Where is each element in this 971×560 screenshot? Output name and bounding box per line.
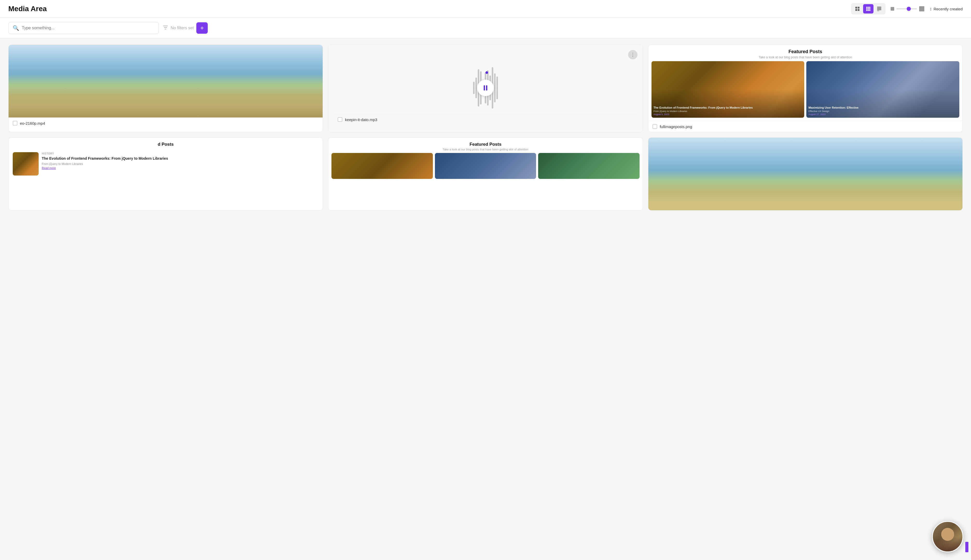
featured-posts-header: Featured Posts Take a look at our blog p… [648,45,963,61]
search-icon: 🔍 [13,25,19,31]
app-header: Media Area [0,0,971,18]
post2-title: Maximizing User Retention: Effective [808,106,957,109]
blog-post-title: The Evolution of Frontend Frameworks: Fr… [42,156,319,161]
bottom-blog-thumb [13,152,38,175]
post1-date: August 5, 2023 [654,113,802,116]
audio-more-button[interactable]: ⋮ [628,50,637,59]
post2-date: August 27, 2023 [808,113,957,116]
svg-rect-1 [858,7,859,8]
pause-icon [484,85,487,90]
size-slider-track[interactable] [896,8,917,9]
bottom-featured-center-title: Featured Posts [334,142,637,147]
audio-waveform-area [334,62,637,114]
bottom-feat-img-1 [332,153,432,179]
bottom-featured-left-header: d Posts [8,138,323,149]
beach-video-checkbox[interactable] [13,121,17,125]
table-icon [877,7,881,11]
header-controls: ↕ Recently created [851,3,963,15]
bottom-video-thumbnail [648,138,963,210]
waveform-bar [473,82,475,94]
post1-title: The Evolution of Frontend Frameworks: Fr… [654,106,802,109]
waveform-bar [494,73,496,102]
search-box: 🔍 [8,22,159,34]
svg-rect-7 [866,8,868,10]
size-slider-area [891,6,924,12]
filter-icon [163,25,168,32]
svg-rect-15 [877,9,881,10]
view-grid3-button[interactable] [863,4,874,13]
svg-rect-13 [877,7,881,8]
sort-button[interactable]: ↕ Recently created [929,6,963,12]
search-input[interactable] [22,26,154,30]
view-toggle-group [851,3,886,15]
blog-source: From jQuery to Modern Libraries [42,162,319,165]
bottom-blog-info: HISTORY The Evolution of Frontend Framew… [42,152,319,170]
search-bar-area: 🔍 No filters set + [0,18,971,38]
bottom-feat-img-3 [538,153,639,179]
svg-rect-16 [877,11,879,11]
beach-video-footer: eo-2160p.mp4 [8,117,323,128]
waveform-bar [496,77,498,99]
svg-rect-8 [868,8,869,10]
add-filter-button[interactable]: + [196,22,208,34]
more-dots-icon: ⋮ [631,52,635,58]
grid3-icon [866,7,871,11]
bottom-featured-left-title: d Posts [14,142,317,147]
audio-checkbox[interactable] [338,117,342,122]
sort-label: Recently created [933,7,963,11]
filter-label: No filters set [171,26,194,30]
svg-rect-5 [868,7,869,8]
view-grid2-button[interactable] [852,4,863,13]
page-title: Media Area [8,5,47,13]
svg-rect-11 [868,10,869,11]
bottom-featured-left-card: d Posts HISTORY The Evolution of Fronten… [8,137,323,210]
sort-icon: ↕ [929,6,932,12]
waveform-bar [475,78,477,98]
featured-posts-images: The Evolution of Frontend Frameworks: Fr… [648,61,963,121]
bottom-featured-center-subtitle: Take a look at our blog posts that have … [334,148,637,151]
bottom-blog-body: HISTORY The Evolution of Frontend Framew… [8,149,323,178]
post1-source: From jQuery to Modern Libraries [654,110,802,113]
size-slider-thumb [907,7,911,11]
featured-posts-footer: fullimageposts.png [648,121,963,132]
svg-rect-4 [866,7,868,8]
pause-bar-right [486,85,487,90]
media-grid-top: eo-2160p.mp4 ⋮ [8,45,963,132]
svg-rect-12 [869,10,871,11]
svg-rect-6 [869,7,871,8]
audio-play-button[interactable] [477,80,494,96]
bottom-featured-center-images [328,153,642,182]
featured-img-2: Maximizing User Retention: Effective Eff… [806,61,959,118]
svg-rect-10 [866,10,868,11]
post1-overlay: The Evolution of Frontend Frameworks: Fr… [651,104,804,118]
size-large-indicator [919,6,924,12]
svg-rect-2 [855,9,857,11]
post2-source: Effective UX Design [808,110,957,113]
audio-label: keepin-it-dato.mp3 [345,117,377,122]
filter-area: No filters set + [163,22,208,34]
bottom-featured-center-header: Featured Posts Take a look at our blog p… [328,138,642,153]
beach-video-label: eo-2160p.mp4 [20,121,45,125]
bottom-featured-center-card: Featured Posts Take a look at our blog p… [328,137,643,210]
featured-posts-title: Featured Posts [654,49,957,55]
beach-video-thumbnail [8,45,323,117]
svg-rect-3 [858,9,859,11]
audio-card-header: ⋮ [334,50,637,59]
audio-card: ⋮ [328,45,643,132]
view-table-button[interactable] [874,4,884,13]
post2-overlay: Maximizing User Retention: Effective Eff… [806,104,959,118]
size-small-indicator [891,7,894,11]
featured-posts-checkbox[interactable] [652,124,657,129]
media-grid-bottom: d Posts HISTORY The Evolution of Fronten… [8,137,963,210]
featured-posts-card: Featured Posts Take a look at our blog p… [648,45,963,132]
grid2-icon [855,7,860,11]
svg-rect-9 [869,8,871,10]
beach-video-card: eo-2160p.mp4 [8,45,323,132]
svg-rect-0 [855,7,857,8]
audio-progress-dot [486,71,488,74]
featured-posts-label: fullimageposts.png [660,125,692,129]
audio-card-footer: keepin-it-dato.mp3 [334,114,637,125]
read-more-link[interactable]: Read more [42,167,56,170]
plus-icon: + [200,24,204,32]
history-tag: HISTORY [42,152,319,155]
